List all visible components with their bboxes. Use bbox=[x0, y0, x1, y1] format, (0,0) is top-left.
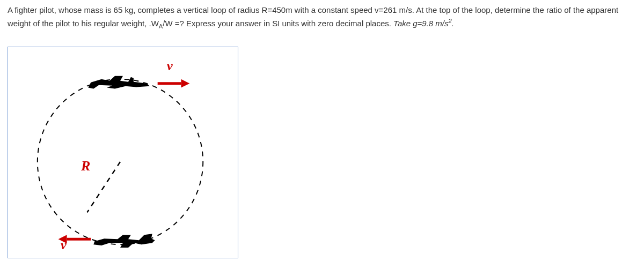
jet-top-icon bbox=[88, 76, 149, 89]
question-italic1: Take g=9.8 m/s bbox=[393, 19, 448, 28]
svg-marker-1 bbox=[181, 79, 189, 88]
question-part3: . bbox=[452, 19, 454, 28]
radius-label: R bbox=[81, 158, 90, 174]
velocity-label-top: v bbox=[167, 59, 173, 73]
loop-circle bbox=[38, 79, 203, 244]
question-part2: /W =? Express your answer in SI units wi… bbox=[163, 19, 393, 28]
velocity-arrow-top-icon bbox=[158, 79, 190, 88]
radius-line bbox=[87, 162, 120, 213]
question-text: A fighter pilot, whose mass is 65 kg, co… bbox=[8, 4, 636, 31]
loop-diagram-svg bbox=[8, 47, 238, 258]
diagram-container: v R v bbox=[8, 47, 238, 258]
jet-bottom-icon bbox=[93, 234, 155, 248]
velocity-label-bottom: v bbox=[61, 238, 67, 252]
